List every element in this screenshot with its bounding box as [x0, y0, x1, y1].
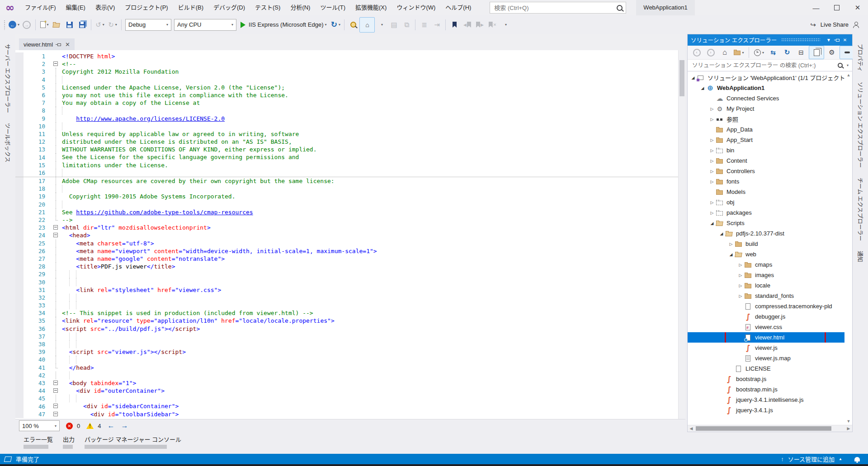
code-line[interactable]: 43 <body tabindex="1"> — [15, 379, 679, 387]
tree-item-packages[interactable]: ▷packages — [688, 207, 844, 218]
menu-item[interactable]: ツール(T) — [315, 0, 350, 15]
feedback-person-icon[interactable] — [853, 22, 859, 28]
tree-item-viewer.js[interactable]: ∫viewer.js — [688, 343, 844, 353]
code-line[interactable]: 45 — [15, 395, 679, 402]
code-line[interactable]: 23<html dir="ltr" mozdisallowselectionpr… — [15, 224, 679, 231]
code-line[interactable]: 25 <meta charset="utf-8"> — [15, 240, 679, 247]
collapsed-arrow-icon[interactable]: ▷ — [708, 169, 716, 174]
panel-tab[interactable]: 出力 — [59, 435, 78, 449]
menu-item[interactable]: プロジェクト(P) — [120, 0, 173, 15]
breakpoint-margin[interactable] — [15, 224, 24, 231]
close-icon[interactable]: ✕ — [65, 42, 70, 47]
code-line[interactable]: 5Licensed under the Apache License, Vers… — [15, 84, 679, 91]
document-tab-viewer-html[interactable]: viewer.html ✕ — [19, 38, 75, 50]
solution-explorer-vertical-scrollbar[interactable]: ▲▼ — [845, 71, 852, 425]
scrollbar-thumb[interactable] — [696, 426, 831, 431]
breakpoint-margin[interactable] — [15, 193, 24, 200]
breakpoint-margin[interactable] — [15, 379, 24, 387]
code-hyperlink[interactable]: http://www.apache.org/licenses/LICENSE-2… — [76, 115, 225, 122]
restore-button[interactable] — [826, 0, 847, 15]
breakpoint-margin[interactable] — [15, 317, 24, 325]
save-button[interactable] — [63, 19, 76, 31]
increase-indent-button[interactable]: ⇥ — [430, 19, 443, 31]
code-line[interactable]: 39 <script src="viewer.js"></script> — [15, 348, 679, 356]
outlining-margin[interactable] — [52, 410, 60, 418]
code-line[interactable]: 21See https://github.com/adobe-type-tool… — [15, 208, 679, 216]
code-line[interactable]: 17Adobe CMap resources are covered by th… — [15, 177, 679, 185]
tree-item-compressed.tracemonkey-pld[interactable]: compressed.tracemonkey-pld — [688, 301, 844, 311]
collapsed-arrow-icon[interactable]: ▷ — [708, 107, 716, 111]
redo-button[interactable]: ↻▾ — [106, 19, 119, 31]
breakpoint-margin[interactable] — [15, 270, 24, 278]
code-line[interactable]: 46 <div id="sidebarContainer"> — [15, 402, 679, 410]
breakpoint-margin[interactable] — [15, 130, 24, 138]
breakpoint-margin[interactable] — [15, 255, 24, 263]
menu-item[interactable]: デバッグ(D) — [208, 0, 250, 15]
collapsed-arrow-icon[interactable]: ▷ — [737, 294, 744, 298]
tree-item-jquery-3.4.1.js[interactable]: ∫jquery-3.4.1.js — [688, 405, 844, 415]
tree-item-web[interactable]: ◢web — [688, 249, 844, 259]
outlining-margin[interactable] — [52, 387, 60, 395]
breakpoint-margin[interactable] — [15, 410, 24, 418]
code-line[interactable]: 31 <link rel="stylesheet" href="viewer.c… — [15, 286, 679, 294]
solution-configuration-dropdown[interactable]: Debug▾ — [125, 19, 171, 31]
add-to-source-control-button[interactable]: ソース管理に追加 — [788, 455, 835, 463]
breakpoint-margin[interactable] — [15, 247, 24, 255]
attach-to-process-button[interactable] — [347, 19, 359, 31]
breakpoint-margin[interactable] — [15, 372, 24, 379]
code-line[interactable]: 18 — [15, 185, 679, 193]
collapsed-arrow-icon[interactable]: ▷ — [737, 283, 744, 288]
tree-item-connected-services[interactable]: ☁Connected Services — [688, 93, 844, 104]
code-line[interactable]: 2<!-- — [15, 60, 679, 68]
solution-name-badge[interactable]: WebApplication1 — [636, 0, 694, 15]
breakpoint-margin[interactable] — [15, 402, 24, 410]
breakpoint-margin[interactable] — [15, 348, 24, 356]
right-tab-ソリューション エクスプローラー[interactable]: ソリューション エクスプローラー — [856, 82, 865, 168]
tree-item-content[interactable]: ▷Content — [688, 155, 844, 166]
outlining-margin[interactable] — [52, 379, 60, 387]
undo-button[interactable]: ↺▾ — [94, 19, 106, 31]
left-tab-ツールボックス[interactable]: ツールボックス — [4, 123, 12, 162]
breakpoint-margin[interactable] — [15, 395, 24, 402]
auto-hide-button[interactable] — [833, 38, 841, 42]
tree-item-viewer.js.map[interactable]: viewer.js.map — [688, 353, 844, 363]
collapse-all-button[interactable]: ⊟ — [795, 47, 807, 58]
pin-icon[interactable] — [57, 42, 61, 47]
code-line[interactable]: 40 — [15, 356, 679, 363]
collapse-region-icon[interactable] — [53, 412, 58, 416]
breakpoint-margin[interactable] — [15, 216, 24, 224]
breakpoint-margin[interactable] — [15, 240, 24, 247]
menu-item[interactable]: ヘルプ(H) — [440, 0, 476, 15]
collapse-region-icon[interactable] — [53, 233, 58, 237]
code-line[interactable]: 4 — [15, 76, 679, 84]
se-home-button[interactable]: ⌂ — [718, 47, 731, 58]
toggle-bookmark-button[interactable] — [448, 19, 461, 31]
code-line[interactable]: 14See the License for the specific langu… — [15, 153, 679, 161]
tree-item-webapplication1[interactable]: ◢⊕WebApplication1 — [688, 83, 844, 93]
code-line[interactable]: 10 — [15, 122, 679, 130]
outlining-margin[interactable] — [52, 231, 60, 239]
code-line[interactable]: 38 — [15, 340, 679, 348]
code-line[interactable]: 29 — [15, 270, 679, 278]
code-line[interactable]: 11Unless required by applicable law or a… — [15, 130, 679, 138]
next-issue-button[interactable]: → — [121, 422, 128, 430]
solution-explorer-title-bar[interactable]: ソリューション エクスプローラー ▼ ✕ — [688, 34, 852, 46]
live-share-button[interactable]: Live Share — [821, 21, 849, 28]
code-line[interactable]: 3Copyright 2012 Mozilla Foundation — [15, 68, 679, 75]
breakpoint-margin[interactable] — [15, 68, 24, 75]
collapsed-arrow-icon[interactable]: ▷ — [708, 117, 716, 122]
error-count-indicator[interactable]: ✕ 0 — [66, 423, 80, 429]
collapsed-arrow-icon[interactable]: ▷ — [737, 273, 744, 278]
code-line[interactable]: 34<!-- This snippet is used in productio… — [15, 309, 679, 317]
menu-item[interactable]: 分析(N) — [285, 0, 315, 15]
scroll-left-icon[interactable]: ◀ — [688, 426, 695, 431]
toolbar-grip[interactable] — [4, 20, 6, 30]
code-line[interactable]: 15limitations under the License. — [15, 161, 679, 169]
collapse-region-icon[interactable] — [53, 381, 58, 385]
code-line[interactable]: 36<script src="../build/pdf.js"></script… — [15, 325, 679, 333]
breakpoint-margin[interactable] — [15, 278, 24, 286]
code-line[interactable]: 20 — [15, 201, 679, 208]
tree-item-fonts[interactable]: ▷fonts — [688, 176, 844, 187]
scrollbar-thumb[interactable] — [679, 60, 684, 96]
open-file-button[interactable] — [51, 19, 63, 31]
